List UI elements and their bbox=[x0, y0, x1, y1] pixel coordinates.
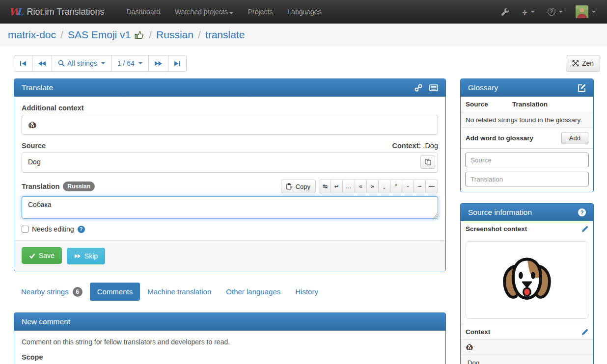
tab-comments[interactable]: Comments bbox=[90, 283, 140, 301]
previous-string-button[interactable] bbox=[32, 55, 52, 72]
scope-label: Scope bbox=[22, 353, 438, 361]
app-brand[interactable]: WL Riot.im Translations bbox=[5, 7, 109, 17]
nav-projects[interactable]: Projects bbox=[241, 0, 280, 24]
needs-editing-label: Needs editing bbox=[32, 225, 74, 233]
context-value: .Dog bbox=[423, 142, 438, 150]
breadcrumb-language[interactable]: Russian bbox=[156, 29, 193, 41]
navbar-right: + ? bbox=[495, 5, 602, 18]
source-string-value: Dog bbox=[28, 158, 41, 166]
source-info-header: Source information ? bbox=[461, 204, 593, 221]
glossary-header: Glossary bbox=[461, 79, 593, 97]
filter-dropdown[interactable]: All strings bbox=[52, 55, 111, 72]
glossary-panel: Glossary Source Translation No related s… bbox=[460, 78, 594, 192]
pagination-toolbar: All strings 1 / 64 Zen bbox=[14, 55, 600, 72]
source-info-panel: Source information ? Screenshot context … bbox=[460, 203, 594, 364]
insert-high-quote-button[interactable]: “ bbox=[390, 180, 402, 193]
admin-tools-button[interactable] bbox=[495, 8, 516, 16]
special-chars-group: ↹ ↵ … « » „ “ - – — bbox=[319, 180, 438, 193]
brand-title: Riot.im Translations bbox=[27, 7, 105, 17]
help-icon[interactable]: ? bbox=[78, 226, 85, 233]
translate-panel: Translate Additional context Source Cont… bbox=[14, 78, 446, 271]
glossary-translation-input[interactable] bbox=[465, 172, 589, 186]
chevron-down-icon bbox=[531, 11, 535, 13]
context-row-header: Context bbox=[461, 324, 593, 339]
thumbs-up-icon bbox=[134, 30, 144, 40]
tab-machine-translation[interactable]: Machine translation bbox=[140, 283, 219, 301]
tab-other-languages[interactable]: Other languages bbox=[219, 283, 288, 301]
insert-emdash-button[interactable]: — bbox=[425, 180, 438, 193]
breadcrumb-component[interactable]: SAS Emoji v1 bbox=[68, 29, 131, 41]
position-label: 1 / 64 bbox=[117, 59, 135, 67]
source-info-body: Screenshot context Context bbox=[461, 221, 593, 364]
keyboard-icon[interactable] bbox=[429, 84, 438, 91]
tab-nearby-label: Nearby strings bbox=[21, 287, 69, 296]
insert-laquo-button[interactable]: « bbox=[355, 180, 367, 193]
copy-source-button[interactable] bbox=[420, 156, 435, 169]
nearby-count-badge: 6 bbox=[73, 287, 83, 297]
dog-emoji-icon bbox=[28, 121, 37, 129]
fast-forward-icon bbox=[74, 253, 81, 259]
clipboard-icon bbox=[286, 183, 293, 190]
first-string-button[interactable] bbox=[14, 55, 32, 72]
new-comment-title: New comment bbox=[22, 317, 70, 326]
dog-screenshot-image bbox=[498, 256, 555, 305]
screenshot-image-box bbox=[466, 241, 588, 319]
edit-icon[interactable] bbox=[578, 84, 586, 92]
link-icon[interactable] bbox=[414, 84, 422, 92]
plus-icon: + bbox=[522, 7, 527, 17]
comment-description: Comment on this string for fellow transl… bbox=[22, 338, 438, 346]
translate-panel-title: Translate bbox=[22, 83, 53, 92]
skip-button[interactable]: Skip bbox=[67, 248, 105, 264]
help-menu-button[interactable]: ? bbox=[541, 8, 569, 16]
breadcrumb-page[interactable]: translate bbox=[205, 29, 245, 41]
insert-ellipsis-button[interactable]: … bbox=[342, 180, 355, 193]
new-comment-body: Comment on this string for fellow transl… bbox=[14, 331, 445, 364]
position-dropdown[interactable]: 1 / 64 bbox=[111, 55, 149, 72]
glossary-empty-message: No related strings found in the glossary… bbox=[461, 112, 593, 128]
user-menu-button[interactable] bbox=[569, 5, 602, 18]
translate-panel-header: Translate bbox=[14, 79, 445, 97]
glossary-add-button[interactable]: Add bbox=[561, 132, 588, 144]
insert-endash-button[interactable]: – bbox=[414, 180, 426, 193]
glossary-header-icons bbox=[578, 84, 586, 92]
tab-history[interactable]: History bbox=[288, 283, 326, 301]
insert-low-quote-button[interactable]: „ bbox=[378, 180, 390, 193]
needs-editing-checkbox[interactable] bbox=[22, 226, 28, 233]
nav-languages[interactable]: Languages bbox=[280, 0, 329, 24]
glossary-source-input[interactable] bbox=[465, 153, 589, 167]
pencil-icon[interactable] bbox=[581, 329, 588, 336]
translation-label-row: Translation Russian Copy ↹ ↵ … « » bbox=[22, 180, 438, 193]
pencil-icon[interactable] bbox=[581, 226, 588, 233]
insert-hyphen-button[interactable]: - bbox=[402, 180, 414, 193]
breadcrumb-separator: / bbox=[149, 29, 152, 41]
screenshot-context-label: Screenshot context bbox=[466, 225, 527, 233]
insert-newline-button[interactable]: ↵ bbox=[331, 180, 343, 193]
source-label-row: Source Context: .Dog bbox=[22, 142, 438, 150]
insert-raquo-button[interactable]: » bbox=[366, 180, 379, 193]
zen-label: Zen bbox=[582, 59, 594, 67]
nav-dashboard[interactable]: Dashboard bbox=[119, 0, 168, 24]
add-word-label: Add word to glossary bbox=[466, 134, 533, 142]
insert-tab-button[interactable]: ↹ bbox=[319, 180, 331, 193]
translation-textarea[interactable]: Собака bbox=[22, 196, 438, 219]
next-string-button[interactable] bbox=[148, 55, 168, 72]
tab-nearby-strings[interactable]: Nearby strings 6 bbox=[14, 282, 90, 302]
detail-tabs: Nearby strings 6 Comments Machine transl… bbox=[14, 282, 446, 302]
add-menu-button[interactable]: + bbox=[516, 7, 541, 17]
translate-header-icons bbox=[414, 84, 438, 92]
additional-context-label: Additional context bbox=[22, 104, 438, 112]
help-icon[interactable]: ? bbox=[578, 208, 586, 216]
help-icon: ? bbox=[548, 8, 555, 16]
backward-icon bbox=[38, 61, 46, 66]
copy-to-translation-button[interactable]: Copy bbox=[281, 180, 316, 193]
last-string-button[interactable] bbox=[168, 55, 187, 72]
filter-label: All strings bbox=[67, 59, 97, 67]
chevron-down-icon bbox=[101, 62, 105, 64]
breadcrumb-project[interactable]: matrix-doc bbox=[8, 29, 56, 41]
save-button[interactable]: Save bbox=[22, 247, 62, 264]
chevron-down-icon bbox=[138, 62, 142, 64]
translation-label: Translation bbox=[22, 182, 59, 190]
zen-mode-button[interactable]: Zen bbox=[566, 55, 600, 72]
nav-watched-projects[interactable]: Watched projects bbox=[167, 0, 241, 24]
skip-label: Skip bbox=[84, 252, 98, 260]
